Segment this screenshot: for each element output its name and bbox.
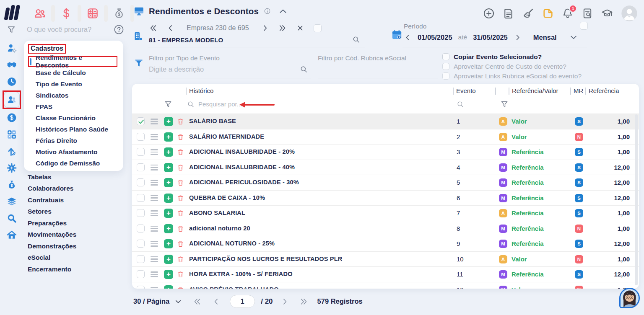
header-checkbox[interactable] — [580, 22, 588, 30]
next-company-button[interactable] — [261, 24, 269, 32]
table-search-input[interactable]: Pesquisar por... — [198, 101, 242, 108]
drag-handle-icon[interactable] — [151, 287, 158, 289]
evento-search-icon[interactable] — [457, 101, 464, 108]
delete-row-icon[interactable] — [177, 240, 184, 248]
user-avatar[interactable] — [621, 5, 638, 22]
moneybag-module-icon[interactable] — [113, 7, 125, 20]
collapse-icon[interactable] — [278, 7, 288, 16]
submenu-item[interactable]: Motivo Afastamento — [28, 146, 119, 158]
checkbox[interactable] — [442, 53, 449, 60]
prev-period-button[interactable] — [404, 34, 412, 41]
delete-row-icon[interactable] — [177, 194, 184, 202]
tipo-filter-icon[interactable] — [500, 100, 509, 108]
delete-row-icon[interactable] — [177, 163, 184, 172]
column-referencia[interactable]: Referência — [589, 87, 619, 94]
menu-group-cadastros[interactable]: Cadastros — [28, 44, 66, 54]
row-checkbox[interactable] — [137, 133, 145, 141]
sidebar-section-colaboradores[interactable]: Colaboradores — [28, 183, 76, 195]
period-start-input[interactable]: 01/05/2025 — [418, 34, 452, 41]
table-row[interactable]: + HORA EXTRA - 100% - S/ FERIADO 11 M Re… — [132, 266, 639, 282]
submenu-item[interactable]: Rendimentos e Descontos — [28, 56, 117, 67]
column-mr[interactable]: MR — [574, 87, 583, 94]
info-icon[interactable] — [264, 8, 271, 15]
table-row[interactable]: + SALÁRIO MATERNIDADE 2 A Valor N 1,00 — [132, 129, 639, 145]
add-row-button[interactable]: + — [164, 117, 173, 126]
gear-icon[interactable] — [6, 163, 17, 173]
table-row[interactable]: + adicional noturno 20 8 M Referência N … — [132, 221, 639, 236]
row-checkbox[interactable] — [137, 225, 145, 232]
per-page-select[interactable]: 30 / Página — [133, 297, 169, 305]
add-row-button[interactable]: + — [164, 270, 173, 279]
filter-tipo-evento-input[interactable]: Digite a descrição — [149, 65, 275, 73]
add-row-button[interactable]: + — [164, 239, 173, 248]
table-row[interactable]: + PARTICIPAÇÃO NOS LUCROS E RESULTADOS P… — [132, 251, 639, 267]
sidebar-section-movimentações[interactable]: Movimentações — [28, 229, 76, 241]
table-row[interactable]: + SALÁRIO BASE 1 A Valor S 1,00 — [132, 114, 639, 129]
delete-row-icon[interactable] — [177, 117, 184, 126]
add-row-button[interactable]: + — [164, 285, 173, 289]
add-row-button[interactable]: + — [164, 194, 173, 203]
submenu-item[interactable]: Código de Demissão — [28, 158, 119, 169]
prev-company-button[interactable] — [166, 24, 175, 32]
first-company-button[interactable] — [149, 24, 157, 32]
add-row-button[interactable]: + — [164, 178, 173, 187]
table-filter-icon[interactable] — [164, 100, 172, 108]
table-row[interactable]: + ADICIONAL NOTURNO - 25% 9 M Referência… — [132, 236, 639, 251]
row-checkbox[interactable] — [137, 255, 145, 263]
finance-module-icon[interactable] — [60, 7, 73, 20]
submenu-item[interactable]: FPAS — [28, 101, 119, 112]
submenu-item[interactable]: Sindicatos — [28, 90, 119, 101]
drag-handle-icon[interactable] — [151, 149, 158, 155]
column-evento[interactable]: Evento — [456, 87, 476, 94]
home-icon[interactable] — [6, 230, 17, 240]
finance-icon[interactable] — [6, 112, 17, 123]
delete-row-icon[interactable] — [177, 286, 184, 289]
drag-handle-icon[interactable] — [151, 226, 158, 232]
row-checkbox[interactable] — [137, 194, 145, 202]
row-checkbox[interactable] — [137, 163, 145, 171]
sidebar-section-preparações[interactable]: Preparações — [28, 217, 76, 229]
company-search-icon[interactable] — [352, 36, 360, 44]
table-row[interactable]: + ADICIONAL PERICULOSIDADE - 30% 5 M Ref… — [132, 175, 639, 190]
report-icon[interactable] — [503, 8, 514, 19]
submenu-item[interactable]: Classe Funcionário — [28, 112, 119, 124]
app-logo[interactable] — [5, 4, 23, 20]
employees-nav-active[interactable] — [4, 92, 20, 108]
search-input[interactable]: O que você procura? — [27, 26, 91, 34]
drag-handle-icon[interactable] — [151, 256, 158, 262]
drag-handle-icon[interactable] — [151, 195, 158, 201]
add-row-button[interactable]: + — [164, 224, 173, 233]
checkbox[interactable] — [442, 72, 449, 80]
sidebar-section-contratuais[interactable]: Contratuais — [28, 194, 76, 206]
doc-search-icon[interactable] — [582, 8, 593, 19]
layers-icon[interactable] — [6, 196, 17, 207]
graduation-cap-icon[interactable] — [601, 8, 613, 19]
search-icon[interactable] — [300, 65, 308, 73]
row-checkbox[interactable] — [137, 148, 145, 156]
growth-icon[interactable] — [6, 146, 17, 157]
company-checkbox[interactable] — [314, 24, 322, 32]
clear-company-icon[interactable] — [296, 24, 304, 32]
people-module-icon[interactable] — [34, 7, 46, 20]
chevron-down-icon[interactable] — [174, 298, 182, 305]
table-scrollbar[interactable] — [635, 114, 638, 285]
add-row-button[interactable]: + — [164, 132, 173, 142]
delete-row-icon[interactable] — [177, 209, 184, 217]
current-page-input[interactable]: 1 — [230, 295, 255, 308]
period-end-input[interactable]: 31/05/2025 — [473, 34, 508, 41]
next-page-button[interactable] — [280, 297, 289, 306]
table-row[interactable]: + ADICIONAL INSALUBRIDADE - 40% 4 M Refe… — [132, 160, 639, 175]
drag-handle-icon[interactable] — [151, 180, 158, 186]
last-page-button[interactable] — [300, 297, 308, 306]
sidebar-section-setores[interactable]: Setores — [28, 206, 76, 218]
next-period-button[interactable] — [514, 34, 522, 41]
column-historico[interactable]: Histórico — [189, 87, 213, 94]
submenu-item[interactable]: Férias Direito — [28, 135, 119, 146]
sidebar-section-encerramento[interactable]: Encerramento — [28, 263, 76, 275]
notifications[interactable]: 1 — [562, 8, 574, 19]
last-company-button[interactable] — [278, 24, 287, 32]
delete-row-icon[interactable] — [177, 133, 184, 141]
drag-handle-icon[interactable] — [151, 241, 158, 247]
sidebar-section-tabelas[interactable]: Tabelas — [28, 171, 76, 183]
note-icon[interactable] — [542, 8, 554, 19]
